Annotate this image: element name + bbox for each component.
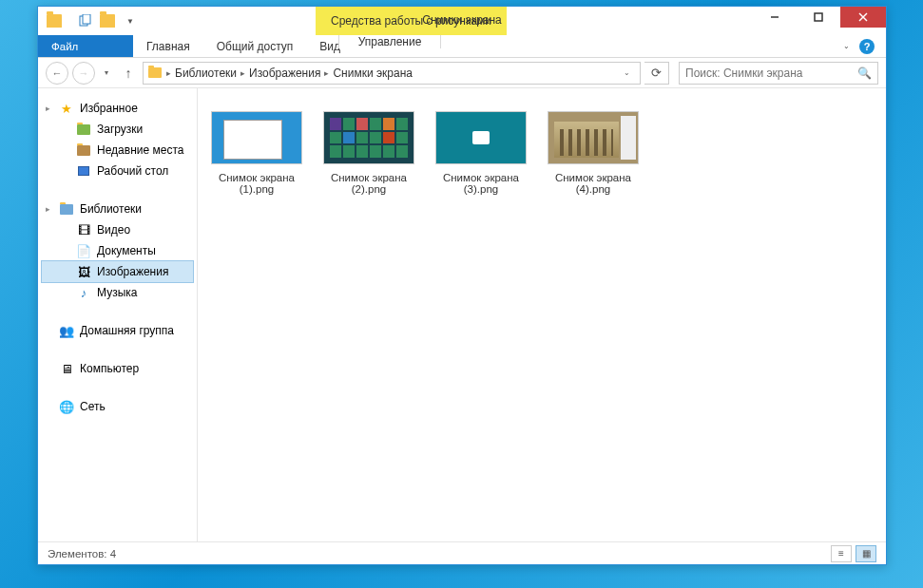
tree-item-videos[interactable]: 🎞Видео	[38, 219, 197, 240]
svg-rect-1	[83, 14, 90, 24]
tree-item-desktop[interactable]: Рабочий стол	[38, 161, 197, 181]
system-folder-icon[interactable]	[44, 10, 65, 31]
tab-share[interactable]: Общий доступ	[203, 35, 307, 57]
tree-label: Сеть	[80, 400, 106, 413]
tree-label: Библиотеки	[80, 202, 142, 216]
breadcrumb-item[interactable]: Снимки экрана	[333, 66, 413, 80]
ribbon-tabs: Файл Главная Общий доступ Вид Управление…	[38, 35, 886, 58]
pictures-icon: 🖼	[76, 264, 91, 279]
up-button[interactable]: ↑	[118, 63, 139, 84]
chevron-right-icon[interactable]: ▸	[322, 68, 331, 78]
file-thumbnail	[323, 111, 414, 164]
file-item[interactable]: Снимок экрана (3).png	[433, 111, 529, 195]
help-button[interactable]: ?	[859, 39, 875, 54]
tab-home[interactable]: Главная	[133, 35, 203, 57]
navigation-pane: ▸ ★ Избранное Загрузки Недавние места Ра…	[38, 88, 198, 541]
document-icon: 📄	[76, 243, 91, 258]
back-button[interactable]: ←	[46, 62, 68, 85]
tree-label: Избранное	[80, 102, 138, 115]
thumbnails-view-button[interactable]: ▦	[856, 545, 876, 562]
search-icon[interactable]: 🔍	[857, 66, 872, 80]
refresh-button[interactable]: ⟳	[644, 62, 669, 85]
file-thumbnail	[548, 111, 639, 164]
file-name: (2).png	[321, 183, 416, 195]
ribbon-expand-icon[interactable]: ⌄	[843, 42, 850, 50]
homegroup-icon: 👥	[59, 323, 74, 338]
quick-access-toolbar: ▼	[38, 7, 141, 35]
tree-label: Документы	[97, 244, 156, 257]
close-button[interactable]	[840, 7, 886, 28]
file-name: Снимок экрана	[321, 172, 416, 183]
search-input[interactable]	[685, 66, 857, 80]
qat-dropdown-icon[interactable]: ▼	[120, 10, 141, 31]
maximize-button[interactable]	[797, 7, 840, 28]
breadcrumb-item[interactable]: Библиотеки	[175, 66, 237, 80]
tree-label: Недавние места	[97, 143, 183, 157]
tree-libraries[interactable]: ▸ Библиотеки	[38, 199, 197, 219]
tree-label: Музыка	[97, 286, 137, 299]
chevron-down-icon[interactable]: ▸	[46, 204, 55, 214]
tree-item-downloads[interactable]: Загрузки	[38, 119, 197, 140]
titlebar: ▼ Средства работы с рисунками Снимки экр…	[38, 7, 886, 35]
minimize-button[interactable]	[753, 7, 797, 28]
video-icon: 🎞	[76, 222, 91, 237]
address-bar[interactable]: ▸ Библиотеки ▸ Изображения ▸ Снимки экра…	[143, 62, 641, 85]
file-item[interactable]: Снимок экрана (1).png	[209, 111, 304, 195]
file-name: Снимок экрана	[433, 172, 529, 183]
tree-item-recent[interactable]: Недавние места	[38, 140, 197, 161]
address-folder-icon	[147, 66, 163, 81]
tab-file[interactable]: Файл	[38, 35, 133, 57]
tree-item-pictures[interactable]: 🖼Изображения	[41, 260, 194, 283]
libraries-icon	[59, 201, 74, 217]
file-name: (4).png	[546, 183, 641, 195]
ribbon-context-title: Средства работы с рисунками	[316, 7, 507, 35]
tree-network[interactable]: 🌐Сеть	[38, 396, 197, 417]
tree-homegroup[interactable]: 👥Домашняя группа	[38, 320, 197, 341]
recent-icon	[76, 142, 91, 158]
chevron-right-icon[interactable]: ▸	[239, 68, 247, 78]
breadcrumb-item[interactable]: Изображения	[249, 66, 320, 80]
tree-favorites[interactable]: ▸ ★ Избранное	[38, 98, 197, 119]
tree-label: Изображения	[97, 265, 168, 278]
navigation-bar: ← → ▾ ↑ ▸ Библиотеки ▸ Изображения ▸ Сни…	[38, 58, 886, 88]
computer-icon: 🖥	[59, 361, 74, 376]
qat-properties-icon[interactable]	[74, 10, 95, 31]
history-dropdown[interactable]: ▾	[99, 62, 114, 85]
file-item[interactable]: Снимок экрана (4).png	[546, 111, 641, 195]
file-name: Снимок экрана	[209, 172, 304, 183]
explorer-body: ▸ ★ Избранное Загрузки Недавние места Ра…	[38, 88, 886, 541]
address-dropdown-icon[interactable]: ⌄	[618, 68, 636, 77]
file-view[interactable]: Снимок экрана (1).png Снимок экрана (2).…	[198, 88, 886, 541]
status-bar: Элементов: 4 ≡ ▦	[38, 541, 886, 564]
desktop-icon	[76, 163, 91, 179]
forward-button[interactable]: →	[72, 62, 95, 85]
tree-label: Загрузки	[97, 123, 143, 136]
tree-item-documents[interactable]: 📄Документы	[38, 240, 197, 261]
file-item[interactable]: Снимок экрана (2).png	[321, 111, 416, 195]
tree-computer[interactable]: 🖥Компьютер	[38, 358, 197, 379]
svg-rect-3	[815, 13, 822, 21]
search-box[interactable]: 🔍	[679, 62, 878, 85]
tree-item-music[interactable]: ♪Музыка	[38, 282, 197, 303]
qat-new-folder-icon[interactable]	[97, 10, 118, 31]
file-name: (1).png	[209, 183, 304, 195]
status-item-count: Элементов: 4	[48, 548, 116, 560]
tree-label: Компьютер	[80, 362, 139, 375]
star-icon: ★	[59, 101, 74, 116]
details-view-button[interactable]: ≡	[831, 545, 852, 562]
chevron-down-icon[interactable]: ▸	[46, 104, 55, 113]
tree-label: Рабочий стол	[97, 164, 168, 178]
explorer-window: ▼ Средства работы с рисунками Снимки экр…	[37, 6, 887, 565]
music-icon: ♪	[76, 285, 91, 300]
downloads-icon	[76, 122, 91, 137]
tree-label: Видео	[97, 223, 130, 237]
tab-manage[interactable]: Управление	[338, 35, 441, 48]
file-thumbnail	[211, 111, 302, 164]
window-controls	[753, 7, 886, 35]
tree-label: Домашняя группа	[80, 324, 174, 337]
file-thumbnail	[435, 111, 527, 164]
file-name: Снимок экрана	[546, 172, 641, 183]
network-icon: 🌐	[59, 399, 74, 414]
chevron-right-icon[interactable]: ▸	[164, 68, 173, 78]
file-name: (3).png	[433, 183, 529, 195]
